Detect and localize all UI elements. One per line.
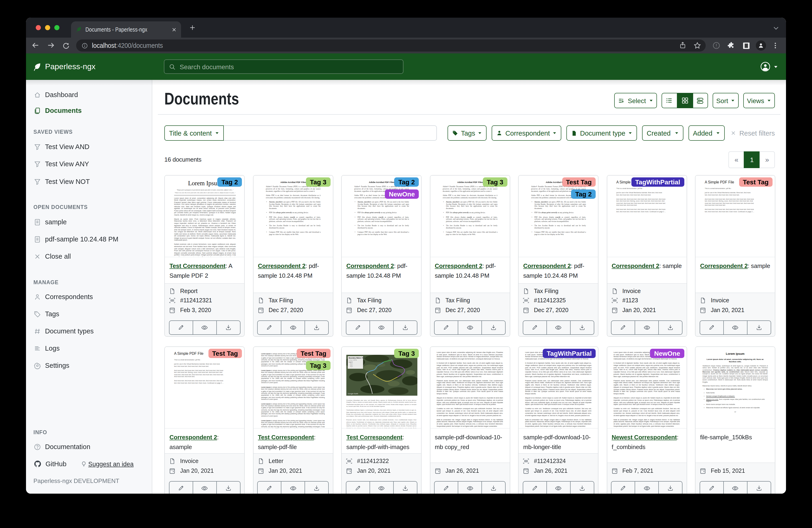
svg-text:Day 1: Day 1 (350, 363, 353, 364)
svg-text:Day 2: Day 2 (350, 365, 353, 366)
svg-text:Day 3: Day 3 (350, 366, 353, 367)
svg-text:Boundary Waters Trip: Boundary Waters Trip (349, 357, 364, 359)
svg-text:Legend: Legend (349, 361, 353, 363)
svg-text:Google Earth: Google Earth (348, 393, 358, 395)
svg-text:for days in BWCA: for days in BWCA (349, 359, 357, 361)
